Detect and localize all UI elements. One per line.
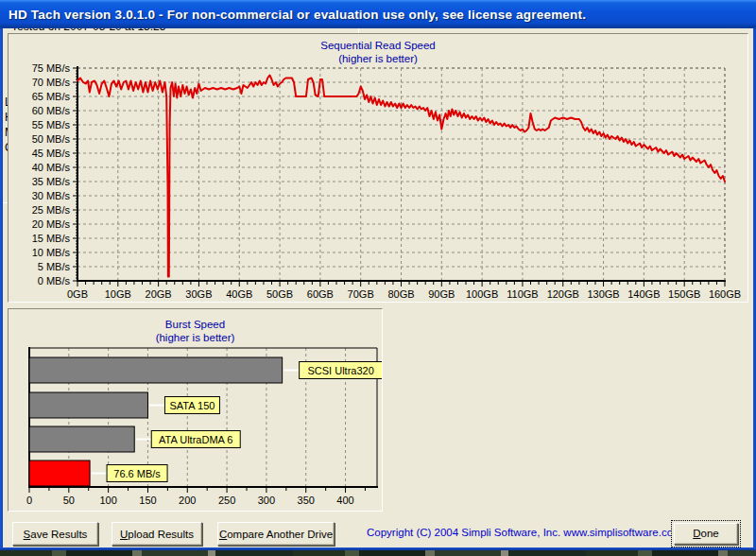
desktop-background [0,550,756,556]
x-axis-label: 30GB [185,288,212,300]
bar-label: SATA 150 [170,400,215,411]
bar-3 [29,426,134,452]
x-axis-label: 80GB [387,288,414,300]
window-border-left [0,0,3,550]
y-axis-label: 0 MB/s [38,275,71,287]
x-axis-label: 130GB [587,288,619,300]
x-axis-label: 300 [258,495,275,506]
window-border-bottom [0,547,756,550]
y-axis-label: 75 MB/s [32,62,71,74]
y-axis-label: 25 MB/s [32,204,71,216]
x-axis-label: 90GB [428,288,455,300]
bar-4 [29,460,90,486]
x-axis-label: 70GB [348,288,374,300]
y-axis-label: 15 MB/s [32,233,71,244]
compare-another-drive-button[interactable]: Compare Another Drive [217,522,335,546]
y-axis-label: 70 MB/s [32,77,71,88]
app-window: HD Tach version 3.0.1.0 - For non-commer… [0,0,756,550]
x-axis-label: 160GB [709,288,741,300]
x-axis-label: 250 [218,495,235,506]
x-axis-label: 10GB [105,288,131,300]
x-axis-label: 110GB [507,288,538,300]
window-title: HD Tach version 3.0.1.0 - For non-commer… [9,8,586,22]
x-axis-label: 50 [63,495,75,506]
x-axis-label: 100GB [466,288,498,300]
bar-label: SCSI Ultra320 [307,365,373,376]
sequential-read-panel: Sequential Read Speed (higher is better)… [8,33,748,303]
y-axis-label: 65 MB/s [32,91,71,102]
y-axis-label: 40 MB/s [32,162,71,173]
y-axis-label: 35 MB/s [32,176,71,187]
sequential-read-chart: 0 MB/s5 MB/s10 MB/s15 MB/s20 MB/s25 MB/s… [9,34,747,302]
copyright-text: Copyright (C) 2004 Simpli Software, Inc.… [367,527,660,538]
x-axis-label: 200 [179,495,196,506]
x-axis-label: 400 [336,495,353,506]
bar-label: 76.6 MB/s [113,468,161,479]
x-axis-label: 350 [298,495,315,506]
x-axis-label: 50GB [266,288,293,300]
y-axis-label: 30 MB/s [32,190,71,201]
y-axis-label: 45 MB/s [32,148,71,159]
burst-speed-chart: 050100150200250300350400SCSI Ultra320SAT… [9,309,382,511]
done-button-focus-ring: Done [671,520,741,547]
burst-speed-panel: Burst Speed (higher is better) 050100150… [8,308,383,512]
bar-1 [29,357,283,383]
x-axis-label: 0GB [67,288,88,300]
upload-results-button[interactable]: Upload Results [112,522,202,546]
save-results-button[interactable]: Save Results [12,522,98,546]
x-axis-label: 0 [26,495,32,506]
y-axis-label: 20 MB/s [32,218,71,230]
bar-2 [29,392,147,418]
x-axis-label: 120GB [547,288,579,300]
y-axis-label: 50 MB/s [32,133,71,145]
x-axis-label: 140GB [627,288,660,300]
y-axis-label: 5 MB/s [38,261,71,272]
y-axis-label: 10 MB/s [32,247,71,258]
y-axis-label: 60 MB/s [32,105,71,116]
done-button[interactable]: Done [674,523,738,545]
title-bar[interactable]: HD Tach version 3.0.1.0 - For non-commer… [0,0,756,28]
x-axis-label: 40GB [226,288,252,300]
x-axis-label: 150 [139,495,156,506]
y-axis-label: 55 MB/s [32,119,71,130]
x-axis-label: 20GB [146,288,172,300]
x-axis-label: 100 [99,495,116,506]
x-axis-label: 150GB [668,288,700,300]
x-axis-label: 60GB [307,288,334,300]
bar-label: ATA UltraDMA 6 [159,434,232,445]
